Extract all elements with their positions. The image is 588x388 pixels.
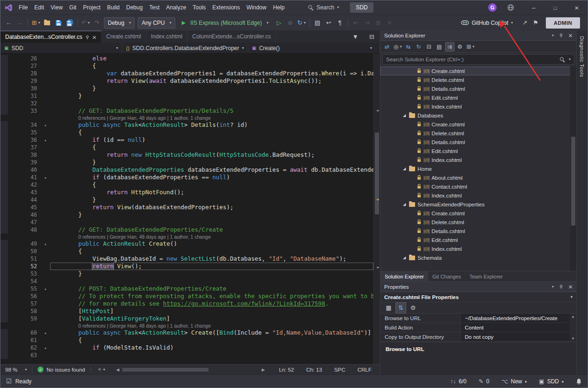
code-text[interactable]: { — [50, 129, 373, 136]
admin-button[interactable]: ADMIN — [546, 17, 580, 29]
breakpoint-margin[interactable] — [0, 300, 8, 307]
code-text[interactable]: } — [50, 211, 373, 219]
tab-create-cshtml[interactable]: Create.cshtml — [102, 30, 146, 43]
property-row-build-action[interactable]: Build ActionContent — [380, 323, 576, 332]
breakpoint-margin[interactable] — [0, 100, 8, 107]
breakpoint-margin[interactable] — [0, 307, 8, 315]
breakpoint-margin[interactable] — [0, 226, 8, 234]
breakpoint-margin[interactable] — [0, 85, 8, 92]
code-text[interactable]: } — [50, 92, 373, 100]
expander-icon[interactable] — [402, 113, 407, 117]
tree-folder-databases[interactable]: Databases — [380, 111, 576, 120]
tree-file-edit-cshtml[interactable]: [@]Edit.cshtml — [380, 146, 576, 155]
breakpoint-margin[interactable] — [0, 204, 8, 211]
breakpoint-margin[interactable] — [0, 211, 8, 219]
menu-item-tools[interactable]: Tools — [189, 3, 209, 12]
code-text[interactable]: return View(databaseExtendedProperties); — [50, 204, 373, 211]
collapse-icon[interactable] — [44, 138, 46, 143]
fold-margin[interactable] — [41, 204, 50, 211]
tree-folder-schemata[interactable]: Schemata — [380, 253, 576, 262]
breakpoint-margin[interactable] — [0, 189, 8, 196]
solution-name-badge[interactable]: SDD — [350, 2, 373, 13]
menu-item-view[interactable]: View — [47, 3, 66, 12]
breakpoint-margin[interactable] — [0, 329, 8, 337]
tree-file-details-cshtml[interactable]: [@]Details.cshtml — [380, 84, 576, 93]
fold-margin[interactable] — [41, 263, 50, 270]
tree-file-create-cshtml[interactable]: [@]Create.cshtml — [380, 66, 576, 75]
breakpoint-margin[interactable] — [0, 121, 8, 129]
fold-margin[interactable] — [41, 92, 50, 100]
scrollbar-thumb[interactable] — [122, 368, 208, 372]
breakpoint-margin[interactable] — [0, 196, 8, 204]
panel-tab-solution-explorer[interactable]: Solution Explorer — [380, 271, 428, 281]
code-text[interactable]: [ValidateAntiForgeryToken] — [50, 315, 373, 322]
save-icon[interactable] — [53, 17, 64, 29]
fold-margin[interactable] — [41, 70, 50, 77]
fold-margin[interactable] — [41, 337, 50, 344]
navigate-forward-icon[interactable]: → — [15, 17, 25, 29]
properties-scrollbar[interactable]: ▲▼ — [570, 314, 576, 342]
navigate-back-icon[interactable]: ← — [3, 17, 14, 29]
tree-folder-schemaextendedproperties[interactable]: SchemaExtendedProperties — [380, 200, 576, 209]
code-text[interactable] — [50, 278, 373, 285]
code-text[interactable]: { — [50, 62, 373, 70]
fold-margin[interactable] — [41, 344, 50, 351]
tab-databaseexten-scontroller-cs[interactable]: DatabaseExten...sController.cs — [0, 30, 102, 43]
tree-file-edit-cshtml[interactable]: [@]Edit.cshtml — [380, 93, 576, 102]
fold-margin[interactable] — [41, 77, 50, 85]
code-text[interactable]: public ActionResult Create() — [50, 240, 373, 248]
tree-file-create-cshtml[interactable]: [@]Create.cshtml — [380, 120, 576, 129]
minimize-button[interactable] — [523, 0, 544, 15]
window-position-icon[interactable] — [552, 285, 554, 289]
code-text[interactable]: return View(await databaseExtendedProper… — [50, 77, 373, 85]
menu-item-debug[interactable]: Debug — [123, 3, 146, 12]
column-indicator[interactable]: Ch: 13 — [301, 367, 327, 373]
save-all-icon[interactable] — [64, 17, 75, 29]
fold-margin[interactable] — [41, 62, 50, 70]
fold-margin[interactable] — [41, 85, 50, 92]
tab-index-cshtml[interactable]: Index.cshtml — [146, 30, 187, 43]
solution-platform-dropdown[interactable]: Any CPU — [138, 17, 175, 29]
breakpoint-margin[interactable] — [0, 144, 8, 151]
decrease-indent-icon[interactable]: ⇤ — [350, 17, 361, 29]
menu-item-extensions[interactable]: Extensions — [209, 3, 243, 12]
property-value[interactable]: Do not copy — [461, 332, 576, 341]
collapse-icon[interactable] — [44, 331, 46, 336]
breakpoint-margin[interactable] — [0, 315, 8, 322]
breakpoint-margin[interactable] — [0, 337, 8, 344]
breakpoint-margin[interactable] — [0, 270, 8, 278]
diagnostic-tools-tab[interactable]: Diagnostic Tools — [579, 36, 585, 77]
editor-vertical-scrollbar[interactable] — [373, 54, 380, 364]
breakpoint-margin[interactable] — [0, 219, 8, 226]
property-pages-icon[interactable]: ⚙ — [408, 302, 418, 314]
fold-margin[interactable] — [41, 151, 50, 159]
notifications-bell-icon[interactable] — [576, 378, 582, 385]
fold-margin[interactable] — [41, 159, 50, 166]
code-text[interactable]: if (ModelState.IsValid) — [50, 344, 373, 351]
git-sync-button[interactable]: ↑↓6/0 — [450, 378, 467, 385]
git-repo-button[interactable]: ▣SDD▴ — [539, 378, 564, 385]
tree-file-details-cshtml[interactable]: [@]Details.cshtml — [380, 227, 576, 235]
fold-margin[interactable] — [41, 219, 50, 226]
scroll-right-arrow[interactable]: ▶ — [262, 367, 265, 372]
breakpoint-margin[interactable] — [0, 344, 8, 351]
fold-margin[interactable] — [41, 107, 50, 115]
panel-tab-git-changes[interactable]: Git Changes — [428, 271, 465, 281]
breadcrumb-project-dropdown[interactable]: ▣ SDD — [0, 43, 122, 53]
tree-file-contact-cshtml[interactable]: [@]Contact.cshtml — [380, 182, 576, 191]
open-file-icon[interactable] — [42, 17, 52, 29]
sync-navigation-icon[interactable]: ⇆ — [404, 42, 413, 51]
expander-icon[interactable] — [402, 167, 407, 171]
scroll-down-arrow[interactable]: ▼ — [571, 337, 575, 341]
scrollbar-thumb[interactable] — [571, 137, 575, 226]
code-text[interactable]: if (id == null) — [50, 136, 373, 144]
fold-margin[interactable] — [41, 100, 50, 107]
breakpoint-margin[interactable] — [0, 263, 8, 270]
code-text[interactable]: [HttpPost] — [50, 307, 373, 315]
fold-margin[interactable] — [41, 300, 50, 307]
fold-margin[interactable] — [41, 196, 50, 204]
git-branch-button[interactable]: ⌥New▴ — [501, 378, 527, 385]
fold-margin[interactable] — [41, 121, 50, 129]
new-project-icon[interactable]: ⊞ — [30, 17, 41, 29]
close-icon[interactable] — [568, 31, 573, 39]
